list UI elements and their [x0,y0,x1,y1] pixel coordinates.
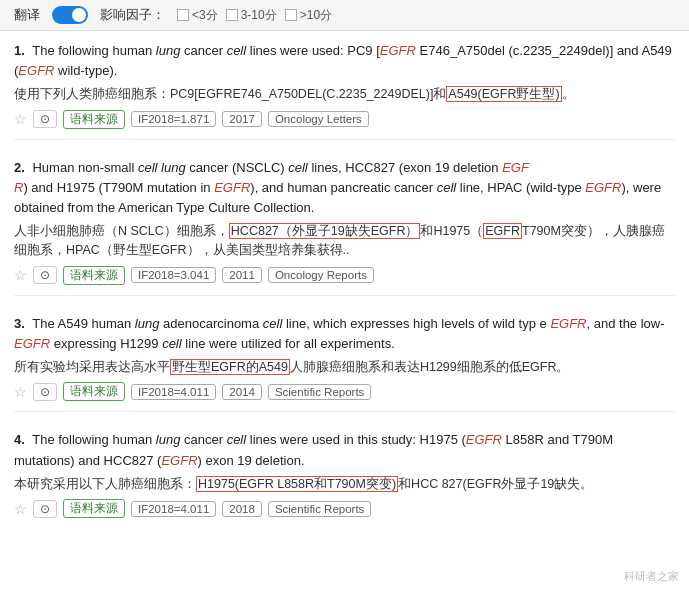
if-tag-3: IF2018=4.011 [131,384,216,400]
result-1-zh: 使用下列人类肺癌细胞系：PC9[EGFRE746_A750DEL(C.2235_… [14,85,675,104]
result-2-zh-highlight2: EGFR [483,223,522,239]
if-tag-2: IF2018=3.041 [131,267,216,283]
result-2-tags: ☆ ⊙ 语料来源 IF2018=3.041 2011 Oncology Repo… [14,266,675,285]
egfr-1b: EGFR [18,63,54,78]
filter-3to10[interactable]: 3-10分 [226,7,277,24]
cell-italic-1: cell [227,43,247,58]
journal-tag-1: Oncology Letters [268,111,369,127]
cell-italic-2c: cell [437,180,457,195]
filter-gt10[interactable]: >10分 [285,7,332,24]
source-tag-4[interactable]: 语料来源 [63,499,125,518]
copy-icon-1[interactable]: ⊙ [33,110,57,128]
result-item-4: 4. The following human lung cancer cell … [14,430,675,528]
result-4-tags: ☆ ⊙ 语料来源 IF2018=4.011 2018 Scientific Re… [14,499,675,518]
checkbox-3to10[interactable] [226,9,238,21]
result-4-zh-highlight: H1975(EGFR L858R和T790M突变) [196,476,398,492]
year-tag-3: 2014 [222,384,262,400]
result-3-en: 3. The A549 human lung adenocarcinoma ce… [14,314,675,354]
source-tag-1[interactable]: 语料来源 [63,110,125,129]
egfr-2b: EGFR [214,180,250,195]
toggle-knob [72,8,86,22]
result-1-en: 1. The following human lung cancer cell … [14,41,675,81]
result-4-zh: 本研究采用以下人肺癌细胞系：H1975(EGFR L858R和T790M突变)和… [14,475,675,494]
year-tag-4: 2018 [222,501,262,517]
result-2-en: 2. Human non-small cell lung cancer (NSC… [14,158,675,218]
result-3-tags: ☆ ⊙ 语料来源 IF2018=4.011 2014 Scientific Re… [14,382,675,401]
result-item-2: 2. Human non-small cell lung cancer (NSC… [14,158,675,296]
content-area: 1. The following human lung cancer cell … [0,31,689,556]
egfr-4b: EGFR [161,453,197,468]
copy-icon-3[interactable]: ⊙ [33,383,57,401]
journal-tag-2: Oncology Reports [268,267,374,283]
item-number-4: 4. [14,432,25,447]
result-1-zh-highlight: A549(EGFR野生型) [446,86,561,102]
cell-italic-4: cell [227,432,247,447]
egfr-3a: EGFR [550,316,586,331]
filter-3to10-label: 3-10分 [241,7,277,24]
if-tag-4: IF2018=4.011 [131,501,216,517]
year-tag-2: 2011 [222,267,262,283]
egfr-2c: EGFR [585,180,621,195]
copy-icon-2[interactable]: ⊙ [33,266,57,284]
translate-label: 翻译 [14,6,40,24]
result-item-3: 3. The A549 human lung adenocarcinoma ce… [14,314,675,413]
egfr-3b: EGFR [14,336,50,351]
if-tag-1: IF2018=1.871 [131,111,216,127]
item-number-1: 1. [14,43,25,58]
lung-italic-1: lung [156,43,181,58]
source-tag-3[interactable]: 语料来源 [63,382,125,401]
egfr-1a: EGFR [380,43,416,58]
item-number-3: 3. [14,316,25,331]
result-3-zh-highlight: 野生型EGFR的A549 [170,359,290,375]
translate-toggle[interactable] [52,6,88,24]
journal-tag-4: Scientific Reports [268,501,371,517]
result-3-zh: 所有实验均采用表达高水平野生型EGFR的A549人肺腺癌细胞系和表达H1299细… [14,358,675,377]
year-tag-1: 2017 [222,111,262,127]
checkbox-lt3[interactable] [177,9,189,21]
result-item-1: 1. The following human lung cancer cell … [14,41,675,140]
filter-group: <3分 3-10分 >10分 [177,7,332,24]
lung-italic-3: lung [135,316,160,331]
cell-italic-3b: cell [162,336,182,351]
star-icon-2[interactable]: ☆ [14,267,27,283]
checkbox-gt10[interactable] [285,9,297,21]
egfr-4a: EGFR [466,432,502,447]
star-icon-1[interactable]: ☆ [14,111,27,127]
item-number-2: 2. [14,160,25,175]
result-2-zh-highlight1: HCC827（外显子19缺失EGFR） [229,223,421,239]
result-2-zh: 人非小细胞肺癌（N SCLC）细胞系，HCC827（外显子19缺失EGFR）和H… [14,222,675,261]
watermark: 科研者之家 [624,569,679,584]
lung-italic-4: lung [156,432,181,447]
filter-lt3[interactable]: <3分 [177,7,218,24]
influence-label: 影响因子： [100,6,165,24]
top-bar: 翻译 影响因子： <3分 3-10分 >10分 [0,0,689,31]
star-icon-4[interactable]: ☆ [14,501,27,517]
copy-icon-4[interactable]: ⊙ [33,500,57,518]
result-4-en: 4. The following human lung cancer cell … [14,430,675,470]
star-icon-3[interactable]: ☆ [14,384,27,400]
result-1-tags: ☆ ⊙ 语料来源 IF2018=1.871 2017 Oncology Lett… [14,110,675,129]
filter-lt3-label: <3分 [192,7,218,24]
journal-tag-3: Scientific Reports [268,384,371,400]
filter-gt10-label: >10分 [300,7,332,24]
cell-italic-2a: cell [138,160,158,175]
source-tag-2[interactable]: 语料来源 [63,266,125,285]
cell-italic-3a: cell [263,316,283,331]
cell-italic-2b: cell [288,160,308,175]
lung-italic-2: lung [161,160,186,175]
